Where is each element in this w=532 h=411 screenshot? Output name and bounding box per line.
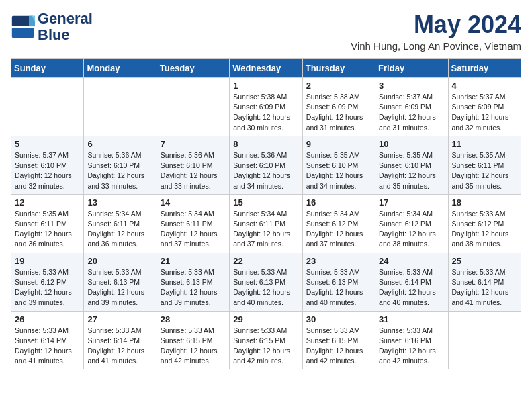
day-cell: 3Sunrise: 5:37 AM Sunset: 6:09 PM Daylig… xyxy=(375,78,448,136)
logo-text: General Blue xyxy=(38,11,93,43)
day-info: Sunrise: 5:34 AM Sunset: 6:12 PM Dayligh… xyxy=(379,209,444,250)
title-block: May 2024 Vinh Hung, Long An Povince, Vie… xyxy=(351,11,521,52)
day-info: Sunrise: 5:33 AM Sunset: 6:13 PM Dayligh… xyxy=(161,267,226,308)
day-number: 30 xyxy=(306,314,371,324)
day-info: Sunrise: 5:34 AM Sunset: 6:12 PM Dayligh… xyxy=(306,209,371,250)
day-cell: 5Sunrise: 5:37 AM Sunset: 6:10 PM Daylig… xyxy=(11,136,84,194)
day-cell: 4Sunrise: 5:37 AM Sunset: 6:09 PM Daylig… xyxy=(448,78,521,136)
day-info: Sunrise: 5:33 AM Sunset: 6:14 PM Dayligh… xyxy=(87,326,152,367)
calendar-body: 1Sunrise: 5:38 AM Sunset: 6:09 PM Daylig… xyxy=(11,78,521,369)
header-monday: Monday xyxy=(84,59,157,78)
day-info: Sunrise: 5:37 AM Sunset: 6:10 PM Dayligh… xyxy=(15,150,80,191)
day-info: Sunrise: 5:34 AM Sunset: 6:11 PM Dayligh… xyxy=(161,209,226,250)
day-number: 24 xyxy=(379,256,444,266)
day-cell: 16Sunrise: 5:34 AM Sunset: 6:12 PM Dayli… xyxy=(302,194,375,253)
day-cell: 13Sunrise: 5:34 AM Sunset: 6:11 PM Dayli… xyxy=(84,194,157,253)
day-number: 6 xyxy=(87,139,152,149)
day-info: Sunrise: 5:36 AM Sunset: 6:10 PM Dayligh… xyxy=(87,150,152,191)
day-number: 28 xyxy=(161,314,226,324)
day-number: 4 xyxy=(452,81,517,91)
day-number: 29 xyxy=(233,314,298,324)
day-cell: 14Sunrise: 5:34 AM Sunset: 6:11 PM Dayli… xyxy=(157,194,229,253)
day-info: Sunrise: 5:37 AM Sunset: 6:09 PM Dayligh… xyxy=(379,92,444,133)
day-number: 12 xyxy=(15,197,80,208)
day-cell: 1Sunrise: 5:38 AM Sunset: 6:09 PM Daylig… xyxy=(230,78,302,136)
day-info: Sunrise: 5:36 AM Sunset: 6:10 PM Dayligh… xyxy=(161,150,226,191)
day-number: 16 xyxy=(306,197,371,208)
day-cell xyxy=(84,78,157,136)
day-cell: 25Sunrise: 5:33 AM Sunset: 6:14 PM Dayli… xyxy=(448,253,521,311)
day-cell: 6Sunrise: 5:36 AM Sunset: 6:10 PM Daylig… xyxy=(84,136,157,194)
header-tuesday: Tuesday xyxy=(157,59,229,78)
day-number: 11 xyxy=(452,139,517,149)
day-cell: 10Sunrise: 5:35 AM Sunset: 6:10 PM Dayli… xyxy=(375,136,448,194)
day-number: 22 xyxy=(233,256,298,266)
day-number: 27 xyxy=(87,314,152,324)
day-number: 9 xyxy=(306,139,371,149)
day-cell: 7Sunrise: 5:36 AM Sunset: 6:10 PM Daylig… xyxy=(157,136,229,194)
day-info: Sunrise: 5:34 AM Sunset: 6:11 PM Dayligh… xyxy=(233,209,298,250)
day-number: 15 xyxy=(233,197,298,208)
day-number: 10 xyxy=(379,139,444,149)
day-cell: 2Sunrise: 5:38 AM Sunset: 6:09 PM Daylig… xyxy=(302,78,375,136)
week-row-2: 5Sunrise: 5:37 AM Sunset: 6:10 PM Daylig… xyxy=(11,136,521,194)
day-info: Sunrise: 5:33 AM Sunset: 6:12 PM Dayligh… xyxy=(452,209,517,250)
day-cell: 30Sunrise: 5:33 AM Sunset: 6:15 PM Dayli… xyxy=(302,311,375,369)
day-number: 2 xyxy=(306,81,371,91)
day-cell xyxy=(11,78,84,136)
day-number: 3 xyxy=(379,81,444,91)
day-info: Sunrise: 5:36 AM Sunset: 6:10 PM Dayligh… xyxy=(233,150,298,191)
day-number: 21 xyxy=(161,256,226,266)
day-info: Sunrise: 5:35 AM Sunset: 6:10 PM Dayligh… xyxy=(379,150,444,191)
day-info: Sunrise: 5:33 AM Sunset: 6:15 PM Dayligh… xyxy=(161,326,226,367)
day-number: 1 xyxy=(233,81,298,91)
day-cell: 19Sunrise: 5:33 AM Sunset: 6:12 PM Dayli… xyxy=(11,253,84,311)
day-cell: 11Sunrise: 5:35 AM Sunset: 6:11 PM Dayli… xyxy=(448,136,521,194)
day-cell: 9Sunrise: 5:35 AM Sunset: 6:10 PM Daylig… xyxy=(302,136,375,194)
logo-line1: General xyxy=(38,11,93,27)
day-cell: 21Sunrise: 5:33 AM Sunset: 6:13 PM Dayli… xyxy=(157,253,229,311)
header-sunday: Sunday xyxy=(11,59,84,78)
day-cell: 17Sunrise: 5:34 AM Sunset: 6:12 PM Dayli… xyxy=(375,194,448,253)
header-saturday: Saturday xyxy=(448,59,521,78)
day-number: 17 xyxy=(379,197,444,208)
svg-rect-2 xyxy=(12,28,34,38)
day-number: 18 xyxy=(452,197,517,208)
day-number: 20 xyxy=(87,256,152,266)
day-number: 23 xyxy=(306,256,371,266)
day-cell: 20Sunrise: 5:33 AM Sunset: 6:13 PM Dayli… xyxy=(84,253,157,311)
day-number: 26 xyxy=(15,314,80,324)
day-cell: 31Sunrise: 5:33 AM Sunset: 6:16 PM Dayli… xyxy=(375,311,448,369)
logo: General Blue xyxy=(11,11,93,43)
header-thursday: Thursday xyxy=(302,59,375,78)
day-info: Sunrise: 5:34 AM Sunset: 6:11 PM Dayligh… xyxy=(87,209,152,250)
day-number: 19 xyxy=(15,256,80,266)
day-cell: 27Sunrise: 5:33 AM Sunset: 6:14 PM Dayli… xyxy=(84,311,157,369)
day-number: 13 xyxy=(87,197,152,208)
week-row-5: 26Sunrise: 5:33 AM Sunset: 6:14 PM Dayli… xyxy=(11,311,521,369)
day-info: Sunrise: 5:35 AM Sunset: 6:10 PM Dayligh… xyxy=(306,150,371,191)
header-wednesday: Wednesday xyxy=(230,59,302,78)
day-cell: 23Sunrise: 5:33 AM Sunset: 6:13 PM Dayli… xyxy=(302,253,375,311)
day-info: Sunrise: 5:35 AM Sunset: 6:11 PM Dayligh… xyxy=(452,150,517,191)
page-header: General Blue May 2024 Vinh Hung, Long An… xyxy=(11,11,521,52)
day-info: Sunrise: 5:33 AM Sunset: 6:12 PM Dayligh… xyxy=(15,267,80,308)
week-row-1: 1Sunrise: 5:38 AM Sunset: 6:09 PM Daylig… xyxy=(11,78,521,136)
day-cell: 12Sunrise: 5:35 AM Sunset: 6:11 PM Dayli… xyxy=(11,194,84,253)
day-info: Sunrise: 5:33 AM Sunset: 6:14 PM Dayligh… xyxy=(15,326,80,367)
day-number: 31 xyxy=(379,314,444,324)
day-cell: 28Sunrise: 5:33 AM Sunset: 6:15 PM Dayli… xyxy=(157,311,229,369)
day-info: Sunrise: 5:38 AM Sunset: 6:09 PM Dayligh… xyxy=(233,92,298,133)
day-info: Sunrise: 5:33 AM Sunset: 6:15 PM Dayligh… xyxy=(233,326,298,367)
day-info: Sunrise: 5:33 AM Sunset: 6:13 PM Dayligh… xyxy=(87,267,152,308)
day-info: Sunrise: 5:33 AM Sunset: 6:14 PM Dayligh… xyxy=(452,267,517,308)
day-info: Sunrise: 5:35 AM Sunset: 6:11 PM Dayligh… xyxy=(15,209,80,250)
day-cell: 26Sunrise: 5:33 AM Sunset: 6:14 PM Dayli… xyxy=(11,311,84,369)
month-title: May 2024 xyxy=(351,11,521,39)
day-cell xyxy=(448,311,521,369)
day-number: 14 xyxy=(161,197,226,208)
day-number: 25 xyxy=(452,256,517,266)
header-friday: Friday xyxy=(375,59,448,78)
day-info: Sunrise: 5:38 AM Sunset: 6:09 PM Dayligh… xyxy=(306,92,371,133)
day-cell: 29Sunrise: 5:33 AM Sunset: 6:15 PM Dayli… xyxy=(230,311,302,369)
